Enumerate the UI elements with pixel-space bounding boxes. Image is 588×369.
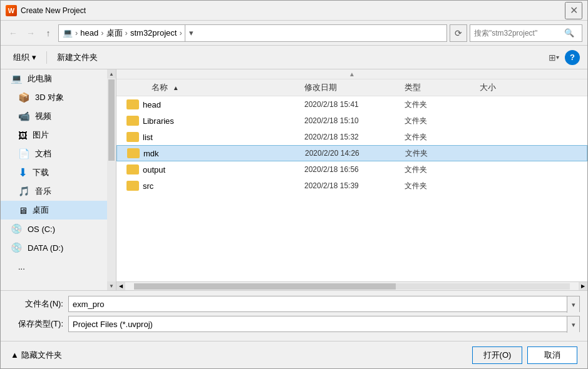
sidebar-label-data-d: DATA (D:): [28, 243, 63, 253]
filetype-row: 保存类型(T): ▾: [8, 316, 580, 332]
file-row-mdk[interactable]: mdk 2020/2/20 14:26 文件夹: [116, 145, 587, 161]
bottom-form: 文件名(N): ▾ 保存类型(T): ▾: [1, 290, 587, 341]
documents-icon: 📄: [18, 148, 30, 159]
sidebar-item-video[interactable]: 📹 视频: [1, 107, 116, 126]
breadcrumb-desktop[interactable]: 桌面: [106, 28, 123, 39]
sidebar-item-downloads[interactable]: ⬇ 下载: [1, 163, 116, 182]
scroll-up-indicator[interactable]: ▲: [116, 69, 587, 79]
search-icon: 🔍: [564, 28, 574, 38]
downloads-icon: ⬇: [18, 166, 28, 179]
organize-dropdown-icon: ▾: [32, 53, 36, 62]
view-dropdown-icon: ▾: [556, 54, 559, 61]
organize-button[interactable]: 组织 ▾: [8, 49, 41, 66]
file-type-libraries: 文件夹: [405, 116, 480, 126]
open-button[interactable]: 打开(O): [472, 346, 522, 364]
back-button[interactable]: ←: [6, 26, 21, 41]
sidebar-item-music[interactable]: 🎵 音乐: [1, 182, 116, 201]
file-date-list: 2020/2/18 15:32: [304, 133, 405, 141]
data-d-icon: 💿: [11, 242, 23, 253]
view-toggle-button[interactable]: ⊞ ▾: [545, 49, 562, 66]
cancel-button[interactable]: 取消: [527, 346, 577, 364]
left-panel: 💻 此电脑 📦 3D 对象 📹 视频 🖼 图片 📄 文档: [1, 69, 116, 290]
breadcrumb-project[interactable]: stm32project: [130, 28, 177, 38]
file-name-output: output: [143, 165, 165, 174]
sidebar-label-video: 视频: [35, 111, 51, 122]
scroll-thumb: [108, 79, 115, 161]
file-type-output: 文件夹: [405, 164, 480, 175]
scroll-down-arrow[interactable]: ▼: [107, 281, 116, 290]
toolbar: 组织 ▾ 新建文件夹 ⊞ ▾ ?: [1, 46, 587, 69]
file-row-head[interactable]: head 2020/2/18 15:41 文件夹: [116, 96, 587, 113]
horizontal-scrollbar[interactable]: ◀ ▶: [116, 281, 587, 290]
up-button[interactable]: ↑: [41, 26, 56, 41]
sidebar-item-more[interactable]: ...: [1, 257, 116, 276]
file-type-mdk: 文件夹: [405, 148, 480, 159]
file-row-list[interactable]: list 2020/2/18 15:32 文件夹: [116, 129, 587, 145]
sidebar-label-music: 音乐: [35, 186, 51, 197]
new-folder-button[interactable]: 新建文件夹: [52, 49, 103, 66]
sidebar-item-images[interactable]: 🖼 图片: [1, 126, 116, 144]
sidebar-item-data-d[interactable]: 💿 DATA (D:): [1, 238, 116, 257]
file-type-src: 文件夹: [405, 181, 480, 191]
video-icon: 📹: [18, 111, 30, 122]
sidebar-item-this-pc[interactable]: 💻 此电脑: [1, 69, 116, 88]
sidebar-item-documents[interactable]: 📄 文档: [1, 144, 116, 163]
sidebar-item-3d[interactable]: 📦 3D 对象: [1, 88, 116, 107]
scroll-track: [107, 78, 116, 281]
file-date-libraries: 2020/2/18 15:10: [304, 116, 405, 125]
header-date[interactable]: 修改日期: [304, 82, 405, 93]
toggle-folders-button[interactable]: ▲ 隐藏文件夹: [11, 350, 62, 361]
file-date-head: 2020/2/18 15:41: [304, 100, 405, 109]
search-bar: 🔍: [470, 24, 582, 42]
filename-dropdown-button[interactable]: ▾: [567, 296, 579, 313]
address-bar: ← → ↑ 💻 › head › 桌面 › stm32project › ▾ ⟳…: [1, 21, 587, 46]
sidebar-label-os-c: OS (C:): [28, 225, 55, 234]
header-size[interactable]: 大小: [480, 82, 587, 93]
close-button[interactable]: ✕: [565, 2, 582, 19]
sidebar-item-desktop[interactable]: 🖥 桌面: [1, 201, 116, 220]
filetype-input-container: ▾: [68, 316, 580, 332]
forward-button[interactable]: →: [23, 26, 38, 41]
scroll-up-arrow[interactable]: ▲: [107, 69, 116, 78]
music-icon: 🎵: [18, 186, 30, 197]
help-button[interactable]: ?: [565, 50, 580, 65]
header-name[interactable]: 名称 ▲: [116, 82, 304, 93]
filetype-dropdown-button[interactable]: ▾: [567, 316, 579, 333]
filename-input[interactable]: [73, 300, 575, 309]
search-input[interactable]: [474, 29, 562, 38]
file-date-output: 2020/2/18 16:56: [304, 165, 405, 174]
new-folder-label: 新建文件夹: [57, 52, 98, 63]
empty-space: [116, 194, 587, 244]
file-row-libraries[interactable]: Libraries 2020/2/18 15:10 文件夹: [116, 113, 587, 129]
file-type-list: 文件夹: [405, 132, 480, 143]
file-date-src: 2020/2/18 15:39: [304, 181, 405, 190]
h-scroll-left[interactable]: ◀: [116, 282, 125, 291]
folder-icon-src: [126, 181, 139, 191]
computer-icon: 💻: [11, 73, 23, 84]
images-icon: 🖼: [18, 130, 28, 141]
filetype-input[interactable]: [73, 320, 575, 329]
folder-icon-list: [126, 132, 139, 142]
toggle-folders-label: 隐藏文件夹: [21, 350, 62, 361]
header-type[interactable]: 类型: [405, 82, 480, 93]
filetype-label: 保存类型(T):: [8, 318, 63, 330]
h-scroll-thumb: [134, 283, 396, 290]
breadcrumb-bar: 💻 › head › 桌面 › stm32project › ▾: [58, 24, 447, 42]
refresh-button[interactable]: ⟳: [450, 24, 467, 42]
folder-icon-output: [126, 164, 139, 174]
desktop-icon: 🖥: [18, 205, 28, 216]
breadcrumb-dropdown-button[interactable]: ▾: [185, 24, 197, 42]
sidebar-item-os-c[interactable]: 💿 OS (C:): [1, 220, 116, 238]
main-content: 💻 此电脑 📦 3D 对象 📹 视频 🖼 图片 📄 文档: [1, 69, 587, 290]
file-row-output[interactable]: output 2020/2/18 16:56 文件夹: [116, 161, 587, 178]
view-icon: ⊞: [549, 53, 556, 63]
file-type-head: 文件夹: [405, 99, 480, 110]
footer: ▲ 隐藏文件夹 打开(O) 取消: [1, 341, 587, 368]
file-row-src[interactable]: src 2020/2/18 15:39 文件夹: [116, 178, 587, 194]
toolbar-right: ⊞ ▾ ?: [545, 49, 580, 66]
organize-label: 组织: [13, 52, 29, 63]
h-scroll-right[interactable]: ▶: [579, 282, 587, 291]
file-name-src: src: [143, 181, 153, 191]
os-c-icon: 💿: [11, 223, 23, 235]
breadcrumb-this-pc[interactable]: head: [80, 28, 98, 38]
